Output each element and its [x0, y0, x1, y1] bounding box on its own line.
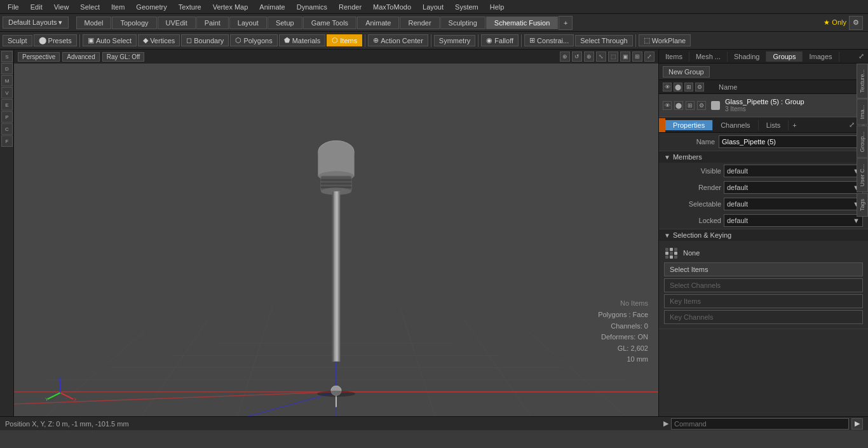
- left-tool-f[interactable]: F: [1, 135, 13, 147]
- panel-tab-items[interactable]: Items: [659, 51, 689, 62]
- tab-paint[interactable]: Paint: [196, 17, 229, 29]
- action-center-button[interactable]: ⊕ Action Center: [368, 34, 428, 46]
- select-items-button[interactable]: Select Items: [664, 262, 863, 276]
- props-collapse-button[interactable]: [659, 118, 665, 132]
- tab-topology[interactable]: Topology: [112, 17, 156, 29]
- viewport-icon-5[interactable]: ⬚: [608, 51, 618, 62]
- boundary-button[interactable]: ◻ Boundary: [181, 34, 229, 46]
- menu-file[interactable]: File: [3, 2, 24, 12]
- falloff-button[interactable]: ◉ Falloff: [481, 34, 519, 46]
- panel-tab-mesh[interactable]: Mesh ...: [689, 51, 728, 62]
- groups-col-icon-2[interactable]: ⬤: [674, 83, 682, 92]
- tab-schematic-fusion[interactable]: Schematic Fusion: [486, 17, 558, 29]
- menu-help[interactable]: Help: [485, 2, 510, 12]
- menu-texture[interactable]: Texture: [173, 2, 207, 12]
- props-tab-add-button[interactable]: +: [789, 120, 800, 130]
- name-input[interactable]: [719, 135, 863, 148]
- groups-col-icon-1[interactable]: 👁: [663, 83, 672, 92]
- materials-button[interactable]: ⬟ Materials: [279, 34, 326, 46]
- group-row-lock-icon[interactable]: ⊞: [686, 101, 695, 110]
- render-select[interactable]: default ▼: [724, 181, 863, 194]
- key-items-button[interactable]: Key Items: [664, 294, 863, 308]
- menu-item[interactable]: Item: [106, 2, 130, 12]
- viewport-icon-2[interactable]: ↺: [572, 51, 582, 62]
- left-tool-s[interactable]: S: [1, 51, 13, 62]
- viewport-mode-button[interactable]: Perspective: [18, 52, 60, 62]
- locked-select[interactable]: default ▼: [724, 214, 863, 227]
- viewport-icon-expand[interactable]: ⤢: [644, 51, 654, 62]
- left-tool-p[interactable]: P: [1, 111, 13, 123]
- viewport[interactable]: Perspective Advanced Ray GL: Off ⊕ ↺ ⊕ ⤡…: [14, 50, 658, 416]
- selectable-select[interactable]: default ▼: [724, 198, 863, 210]
- tab-uvedit[interactable]: UVEdit: [158, 17, 196, 29]
- props-tab-properties[interactable]: Properties: [665, 120, 713, 130]
- layout-dropdown[interactable]: Default Layouts ▾: [3, 17, 69, 29]
- props-expand-icon[interactable]: ⤢: [846, 120, 857, 130]
- group-row-settings-icon[interactable]: ⚙: [697, 101, 706, 110]
- auto-select-button[interactable]: ▣ Auto Select: [83, 34, 137, 46]
- select-through-button[interactable]: Select Through: [575, 35, 632, 46]
- sk-section-header[interactable]: ▼ Selection & Keying: [659, 229, 868, 241]
- menu-edit[interactable]: Edit: [25, 2, 48, 12]
- edge-tab-ima[interactable]: Ima...: [857, 99, 868, 125]
- select-channels-button[interactable]: Select Channels: [664, 278, 863, 292]
- new-group-button[interactable]: New Group: [663, 66, 710, 78]
- tab-animate[interactable]: Animate: [357, 17, 399, 29]
- menu-animate[interactable]: Animate: [254, 2, 290, 12]
- edge-tab-tags[interactable]: Tags: [857, 193, 868, 217]
- tab-gametools[interactable]: Game Tools: [303, 17, 357, 29]
- settings-icon[interactable]: ⚙: [849, 16, 863, 30]
- menu-system[interactable]: System: [450, 2, 484, 12]
- left-tool-v[interactable]: V: [1, 87, 13, 98]
- panel-tab-shading[interactable]: Shading: [728, 51, 766, 62]
- tab-sculpting[interactable]: Sculpting: [440, 17, 485, 29]
- members-section-header[interactable]: ▼ Members: [659, 151, 868, 163]
- edge-tab-userc[interactable]: User C...: [857, 158, 868, 193]
- menu-maxtomodo[interactable]: MaxToModo: [368, 2, 416, 12]
- left-tool-d[interactable]: D: [1, 63, 13, 74]
- groups-list-row[interactable]: 👁 ⬤ ⊞ ⚙ Glass_Pipette (5) : Group 3 Item…: [659, 94, 868, 117]
- props-tab-lists[interactable]: Lists: [759, 120, 789, 130]
- edge-tab-texture[interactable]: Texture...: [857, 64, 868, 98]
- add-layout-tab-button[interactable]: +: [559, 16, 573, 30]
- constrain-button[interactable]: ⊞ Constrai...: [524, 34, 574, 46]
- menu-select[interactable]: Select: [75, 2, 105, 12]
- left-tool-c[interactable]: C: [1, 123, 13, 135]
- tab-render[interactable]: Render: [400, 17, 439, 29]
- group-row-eye-icon[interactable]: 👁: [663, 101, 672, 110]
- groups-col-icon-3[interactable]: ⊞: [684, 83, 693, 92]
- visible-select[interactable]: default ▼: [724, 165, 863, 177]
- viewport-style-button[interactable]: Advanced: [62, 52, 99, 62]
- viewport-icon-1[interactable]: ⊕: [560, 51, 570, 62]
- presets-button[interactable]: ⬤ Presets: [34, 34, 77, 46]
- viewport-icon-4[interactable]: ⤡: [596, 51, 606, 62]
- edge-tab-group[interactable]: Group...: [857, 126, 868, 158]
- viewport-icon-7[interactable]: ⊞: [632, 51, 642, 62]
- command-run-button[interactable]: ▶: [851, 418, 863, 430]
- symmetry-button[interactable]: Symmetry: [434, 35, 476, 46]
- tab-layout[interactable]: Layout: [229, 17, 267, 29]
- key-channels-button[interactable]: Key Channels: [664, 310, 863, 324]
- tab-setup[interactable]: Setup: [268, 17, 302, 29]
- left-tool-e[interactable]: E: [1, 99, 13, 111]
- menu-layout[interactable]: Layout: [417, 2, 449, 12]
- menu-dynamics[interactable]: Dynamics: [292, 2, 332, 12]
- menu-vertexmap[interactable]: Vertex Map: [208, 2, 254, 12]
- viewport-raygl-button[interactable]: Ray GL: Off: [102, 52, 145, 62]
- tab-model[interactable]: Model: [76, 17, 112, 29]
- workplane-button[interactable]: ⬚ WorkPlane: [639, 34, 691, 46]
- props-tab-channels[interactable]: Channels: [713, 120, 758, 130]
- viewport-icon-3[interactable]: ⊕: [584, 51, 594, 62]
- items-button[interactable]: ⬡ Items: [327, 34, 362, 46]
- left-tool-m[interactable]: M: [1, 75, 13, 86]
- groups-col-icon-4[interactable]: ⚙: [695, 83, 704, 92]
- panel-expand-button[interactable]: ⤢: [855, 51, 868, 62]
- polygons-button[interactable]: ⬡ Polygons: [230, 34, 277, 46]
- panel-tab-groups[interactable]: Groups: [766, 51, 803, 62]
- command-input[interactable]: [671, 418, 849, 430]
- group-row-render-icon[interactable]: ⬤: [674, 101, 683, 110]
- menu-view[interactable]: View: [49, 2, 74, 12]
- panel-tab-images[interactable]: Images: [803, 51, 839, 62]
- vertices-button[interactable]: ◆ Vertices: [138, 34, 180, 46]
- sculpt-button[interactable]: Sculpt: [3, 35, 32, 46]
